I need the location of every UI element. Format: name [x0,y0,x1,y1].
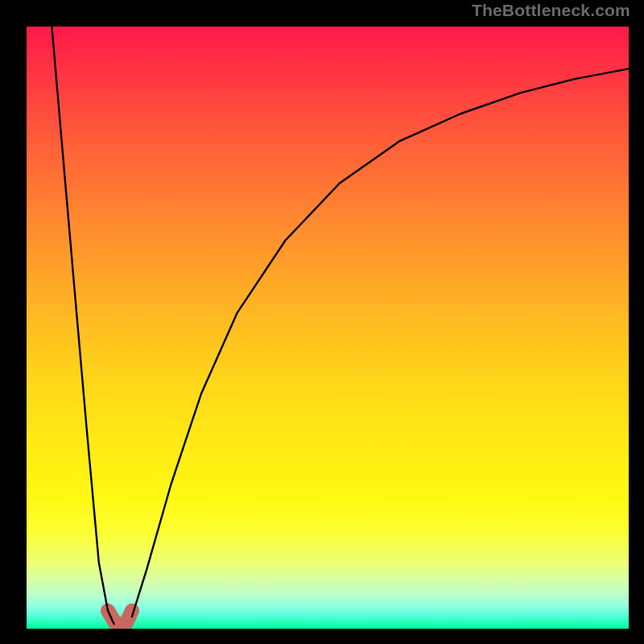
plot-area [27,27,629,629]
watermark: TheBottleneck.com [472,1,630,20]
chart-frame: TheBottleneck.com [0,0,644,644]
